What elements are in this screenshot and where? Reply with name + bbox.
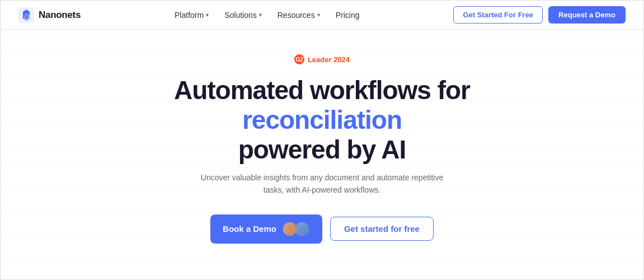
nav-resources[interactable]: Resources ▾ [278, 11, 320, 20]
hero-actions: Book a Demo Get started for free [210, 214, 434, 244]
hero-title: Automated workflows for reconciliation p… [174, 76, 470, 165]
request-demo-button[interactable]: Request a Demo [548, 6, 626, 24]
brand-name: Nanonets [39, 10, 81, 21]
chevron-down-icon: ▾ [317, 12, 320, 18]
book-demo-button[interactable]: Book a Demo [210, 214, 322, 244]
nav-pricing[interactable]: Pricing [336, 11, 360, 20]
page-wrapper: N Nanonets Platform ▾ Solutions ▾ Resour… [0, 0, 644, 280]
get-started-free-button[interactable]: Get started for free [330, 217, 434, 241]
g2-logo-icon: G2 [294, 54, 304, 64]
nav-platform[interactable]: Platform ▾ [175, 11, 209, 20]
hero-section: G2 Leader 2024 Automated workflows for r… [1, 30, 643, 279]
navbar-actions: Get Started For Free Request a Demo [453, 6, 626, 24]
chevron-down-icon: ▾ [259, 12, 262, 18]
svg-text:N: N [22, 11, 28, 20]
hero-title-highlight: reconciliation [242, 105, 402, 134]
chevron-down-icon: ▾ [206, 12, 209, 18]
nav-links: Platform ▾ Solutions ▾ Resources ▾ Prici… [175, 11, 359, 20]
g2-label: Leader 2024 [308, 55, 350, 64]
avatar-group [282, 221, 310, 237]
avatar-2 [294, 221, 310, 237]
nanonets-logo-icon: N [18, 7, 34, 23]
nav-solutions[interactable]: Solutions ▾ [224, 11, 262, 20]
navbar: N Nanonets Platform ▾ Solutions ▾ Resour… [1, 1, 643, 30]
logo-area: N Nanonets [18, 7, 81, 23]
g2-badge: G2 Leader 2024 [294, 54, 350, 64]
avatar-1 [282, 221, 298, 237]
hero-subtitle: Uncover valuable insights from any docum… [199, 171, 445, 197]
get-started-button[interactable]: Get Started For Free [453, 6, 543, 24]
